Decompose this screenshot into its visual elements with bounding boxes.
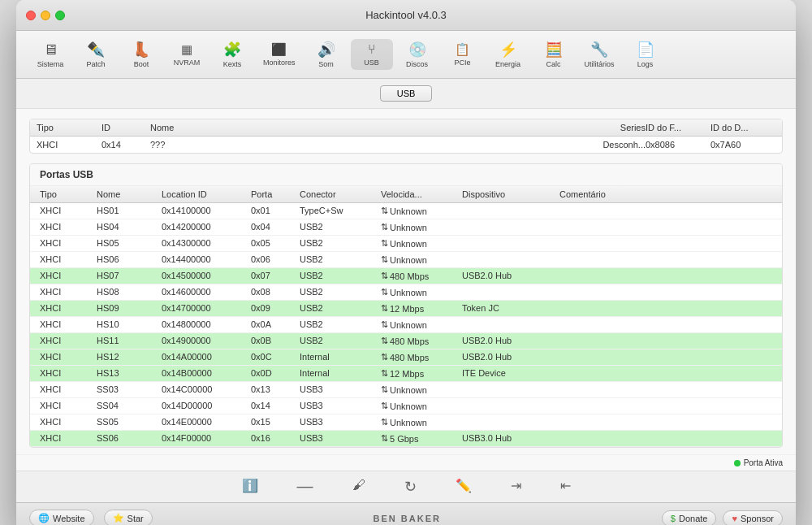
row-porta-9: 0x0C <box>251 352 300 362</box>
export-button[interactable]: ⇤ <box>560 478 571 496</box>
ph-comentario: Comentário <box>559 189 772 199</box>
ports-rows-container: XHCI HS01 0x14100000 0x01 TypeC+Sw ⇅Unkn… <box>30 203 782 447</box>
ports-row[interactable]: XHCI HS13 0x14B00000 0x0D Internal ⇅12 M… <box>30 366 782 382</box>
row-location-7: 0x14800000 <box>162 319 251 330</box>
toolbar-pcie[interactable]: 📋 PCIe <box>442 39 484 70</box>
toolbar-patch[interactable]: ✒️ Patch <box>75 37 117 72</box>
row-id: 0x14 <box>102 140 150 150</box>
toolbar-logs[interactable]: 📄 Logs <box>624 37 667 72</box>
row-porta-11: 0x13 <box>251 384 300 395</box>
toolbar-calc[interactable]: 🧮 Calc <box>533 37 575 72</box>
ph-dispositivo: Dispositivo <box>462 189 559 199</box>
donate-button[interactable]: $ Donate <box>662 510 717 526</box>
row-tipo-0: XHCI <box>40 206 97 216</box>
toolbar-nvram[interactable]: ▦ NVRAM <box>166 39 208 70</box>
monitores-icon: ⬛ <box>271 42 287 57</box>
ports-row[interactable]: XHCI HS05 0x14300000 0x05 USB2 ⇅Unknown <box>30 236 782 252</box>
row-porta-3: 0x06 <box>251 254 300 265</box>
top-table-row[interactable]: XHCI 0x14 ??? Desconh... 0x8086 0x7A60 <box>30 137 782 153</box>
row-tipo-13: XHCI <box>40 417 97 427</box>
row-nome-1: HS04 <box>97 222 162 232</box>
monitores-label: Monitores <box>263 59 296 67</box>
ports-row[interactable]: XHCI HS12 0x14A00000 0x0C Internal ⇅480 … <box>30 349 782 366</box>
toolbar-boot[interactable]: 👢 Boot <box>120 37 162 72</box>
row-porta-8: 0x0B <box>251 336 300 346</box>
row-comentario-6 <box>559 303 772 314</box>
minimize-button[interactable] <box>41 11 50 20</box>
row-conector-11: USB3 <box>300 384 381 395</box>
sponsor-button[interactable]: ♥ Sponsor <box>723 510 783 526</box>
traffic-lights <box>26 11 65 20</box>
row-conector-0: TypeC+Sw <box>300 206 381 216</box>
utilitarios-label: Utilitários <box>585 60 615 68</box>
kexts-label: Kexts <box>223 60 242 68</box>
info-button[interactable]: ℹ️ <box>242 478 258 496</box>
ports-row[interactable]: XHCI HS06 0x14400000 0x06 USB2 ⇅Unknown <box>30 252 782 268</box>
toolbar-discos[interactable]: 💿 Discos <box>396 37 438 72</box>
ports-row[interactable]: XHCI HS09 0x14700000 0x09 USB2 ⇅12 Mbps … <box>30 301 782 317</box>
ph-nome: Nome <box>97 189 162 199</box>
row-conector-5: USB2 <box>300 287 381 297</box>
row-comentario-1 <box>559 222 772 232</box>
minus-button[interactable]: — <box>297 478 313 496</box>
col-idd: ID do D... <box>710 123 775 132</box>
nvram-label: NVRAM <box>174 59 201 67</box>
row-dispositivo-10: ITE Device <box>462 368 559 379</box>
ports-row[interactable]: XHCI HS10 0x14800000 0x0A USB2 ⇅Unknown <box>30 317 782 333</box>
toolbar-som[interactable]: 🔊 Som <box>305 37 348 72</box>
star-button[interactable]: ⭐ Star <box>104 510 153 525</box>
toolbar-sistema[interactable]: 🖥 Sistema <box>29 38 71 72</box>
toolbar-energia[interactable]: ⚡ Energia <box>487 37 529 72</box>
toolbar-kexts[interactable]: 🧩 Kexts <box>211 37 253 72</box>
row-nome-4: HS07 <box>97 271 162 281</box>
boot-label: Boot <box>134 60 149 68</box>
ports-row[interactable]: XHCI SS06 0x14F00000 0x16 USB3 ⇅5 Gbps U… <box>30 431 782 447</box>
row-comentario-3 <box>559 254 772 265</box>
refresh-button[interactable]: ↻ <box>404 478 417 496</box>
toolbar-utilitarios[interactable]: 🔧 Utilitários <box>578 37 621 72</box>
pencil-button[interactable]: ✏️ <box>456 478 472 496</box>
row-comentario-12 <box>559 401 772 411</box>
row-tipo-7: XHCI <box>40 319 97 330</box>
brush-button[interactable]: 🖌 <box>352 478 365 496</box>
sistema-label: Sistema <box>37 60 64 68</box>
som-icon: 🔊 <box>317 41 335 59</box>
bottom-bar: 🌐 Website ⭐ Star BEN BAKER $ Donate ♥ Sp… <box>16 502 796 525</box>
row-dispositivo-1 <box>462 222 559 232</box>
col-idf: ID do F... <box>646 123 710 132</box>
toolbar-icons: 🖥 Sistema ✒️ Patch 👢 Boot ▦ NVRAM 🧩 Kext… <box>29 37 783 72</box>
website-button[interactable]: 🌐 Website <box>29 510 94 525</box>
row-conector-2: USB2 <box>300 238 381 249</box>
row-location-2: 0x14300000 <box>162 238 251 249</box>
ports-row[interactable]: XHCI SS03 0x14C00000 0x13 USB3 ⇅Unknown <box>30 382 782 398</box>
close-button[interactable] <box>26 11 36 20</box>
row-dispositivo-6: Token JC <box>462 303 559 314</box>
ports-row[interactable]: XHCI HS07 0x14500000 0x07 USB2 ⇅480 Mbps… <box>30 268 782 284</box>
toolbar-usb[interactable]: ⑂ USB <box>351 39 393 70</box>
patch-icon: ✒️ <box>87 41 105 59</box>
import-button[interactable]: ⇥ <box>511 478 521 496</box>
ports-row[interactable]: XHCI HS08 0x14600000 0x08 USB2 ⇅Unknown <box>30 284 782 301</box>
ports-row[interactable]: XHCI HS11 0x14900000 0x0B USB2 ⇅480 Mbps… <box>30 333 782 349</box>
nvram-icon: ▦ <box>181 42 192 57</box>
usb-label: USB <box>364 59 379 67</box>
row-tipo-8: XHCI <box>40 336 97 346</box>
row-comentario-4 <box>559 271 772 281</box>
row-comentario-10 <box>559 368 772 379</box>
row-location-5: 0x14600000 <box>162 287 251 297</box>
ports-row[interactable]: XHCI SS04 0x14D00000 0x14 USB3 ⇅Unknown <box>30 398 782 414</box>
energia-label: Energia <box>495 60 520 68</box>
pcie-icon: 📋 <box>455 42 470 57</box>
toolbar-monitores[interactable]: ⬛ Monitores <box>257 39 302 70</box>
usb-header-bar: USB <box>16 79 796 109</box>
row-comentario-7 <box>559 319 772 330</box>
maximize-button[interactable] <box>55 11 65 20</box>
row-conector-13: USB3 <box>300 417 381 427</box>
row-tipo-4: XHCI <box>40 271 97 281</box>
ports-row[interactable]: XHCI HS04 0x14200000 0x04 USB2 ⇅Unknown <box>30 219 782 236</box>
ports-row[interactable]: XHCI HS01 0x14100000 0x01 TypeC+Sw ⇅Unkn… <box>30 203 782 219</box>
usb-header-button[interactable]: USB <box>380 85 433 102</box>
ports-row[interactable]: XHCI SS05 0x14E00000 0x15 USB3 ⇅Unknown <box>30 414 782 431</box>
row-nome-13: SS05 <box>97 417 162 427</box>
row-comentario-9 <box>559 352 772 362</box>
